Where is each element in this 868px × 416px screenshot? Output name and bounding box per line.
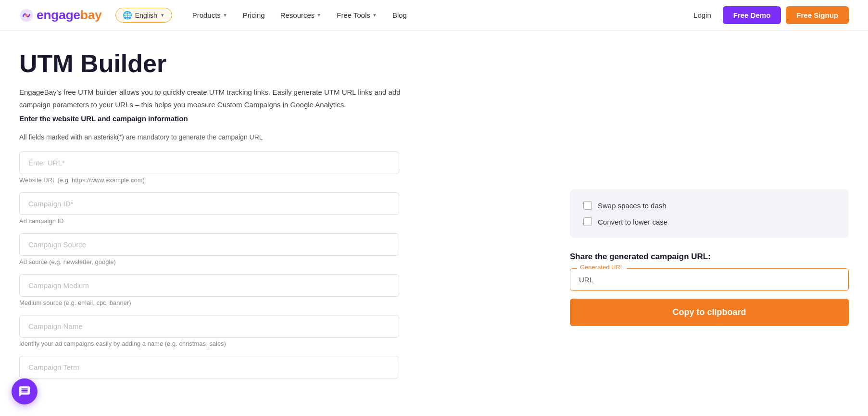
nav-links: Products ▼ Pricing Resources ▼ Free Tool… xyxy=(186,7,683,23)
chevron-down-icon: ▼ xyxy=(316,13,321,18)
swap-spaces-checkbox[interactable] xyxy=(583,201,592,210)
free-demo-button[interactable]: Free Demo xyxy=(723,6,781,24)
convert-lower-label: Convert to lower case xyxy=(598,218,667,226)
campaign-id-input[interactable] xyxy=(19,192,399,215)
generated-url-text: URL xyxy=(579,276,840,284)
language-selector[interactable]: 🌐 English ▼ xyxy=(115,8,172,23)
logo-text: engagebay xyxy=(37,8,102,23)
mandatory-note: All fields marked with an asterisk(*) ar… xyxy=(19,133,541,141)
chat-icon xyxy=(18,385,31,398)
options-box: Swap spaces to dash Convert to lower cas… xyxy=(570,189,849,238)
campaign-source-hint: Ad source (e.g. newsletter, google) xyxy=(19,258,399,265)
campaign-id-hint: Ad campaign ID xyxy=(19,217,399,225)
copy-to-clipboard-button[interactable]: Copy to clipboard xyxy=(570,299,849,326)
generated-url-section: Share the generated campaign URL: Genera… xyxy=(570,252,849,326)
campaign-medium-field-group: Medium source (e.g. email, cpc, banner) xyxy=(19,274,399,306)
url-hint: Website URL (e.g. https://www.example.co… xyxy=(19,176,399,184)
campaign-id-field-group: Ad campaign ID xyxy=(19,192,399,225)
campaign-source-input[interactable] xyxy=(19,233,399,256)
campaign-name-hint: Identify your ad campaigns easily by add… xyxy=(19,340,399,347)
page-subtitle: Enter the website URL and campaign infor… xyxy=(19,114,541,123)
chevron-down-icon: ▼ xyxy=(223,13,227,18)
free-signup-button[interactable]: Free Signup xyxy=(786,6,849,24)
login-link[interactable]: Login xyxy=(687,7,718,23)
campaign-term-field-group xyxy=(19,356,399,378)
url-input[interactable] xyxy=(19,151,399,174)
chevron-down-icon: ▼ xyxy=(160,13,165,18)
campaign-medium-input[interactable] xyxy=(19,274,399,297)
swap-spaces-label: Swap spaces to dash xyxy=(598,202,667,210)
generated-url-label: Generated URL xyxy=(577,264,627,271)
swap-spaces-row: Swap spaces to dash xyxy=(583,201,835,210)
campaign-name-input[interactable] xyxy=(19,315,399,338)
svg-point-1 xyxy=(25,14,28,16)
nav-resources[interactable]: Resources ▼ xyxy=(274,7,328,23)
nav-pricing[interactable]: Pricing xyxy=(236,7,272,23)
convert-lower-checkbox[interactable] xyxy=(583,217,592,226)
chat-bubble[interactable] xyxy=(12,378,38,404)
logo[interactable]: engagebay xyxy=(19,8,102,23)
logo-icon xyxy=(19,8,34,23)
generated-url-wrapper: Generated URL URL xyxy=(570,268,849,291)
chevron-down-icon: ▼ xyxy=(372,13,377,18)
lang-label: English xyxy=(135,12,157,19)
convert-lower-row: Convert to lower case xyxy=(583,217,835,226)
nav-right: Login Free Demo Free Signup xyxy=(687,6,849,24)
page-title: UTM Builder xyxy=(19,50,541,77)
url-field-group: Website URL (e.g. https://www.example.co… xyxy=(19,151,399,184)
campaign-term-input[interactable] xyxy=(19,356,399,378)
right-column: Swap spaces to dash Convert to lower cas… xyxy=(570,50,849,387)
main-content: UTM Builder EngageBay's free UTM builder… xyxy=(0,31,868,406)
campaign-name-field-group: Identify your ad campaigns easily by add… xyxy=(19,315,399,347)
campaign-source-field-group: Ad source (e.g. newsletter, google) xyxy=(19,233,399,265)
nav-blog[interactable]: Blog xyxy=(386,7,414,23)
page-description: EngageBay's free UTM builder allows you … xyxy=(19,86,414,111)
left-column: UTM Builder EngageBay's free UTM builder… xyxy=(19,50,541,387)
share-title: Share the generated campaign URL: xyxy=(570,252,849,262)
nav-free-tools[interactable]: Free Tools ▼ xyxy=(330,7,384,23)
campaign-medium-hint: Medium source (e.g. email, cpc, banner) xyxy=(19,299,399,306)
globe-icon: 🌐 xyxy=(123,11,132,20)
nav-products[interactable]: Products ▼ xyxy=(186,7,234,23)
